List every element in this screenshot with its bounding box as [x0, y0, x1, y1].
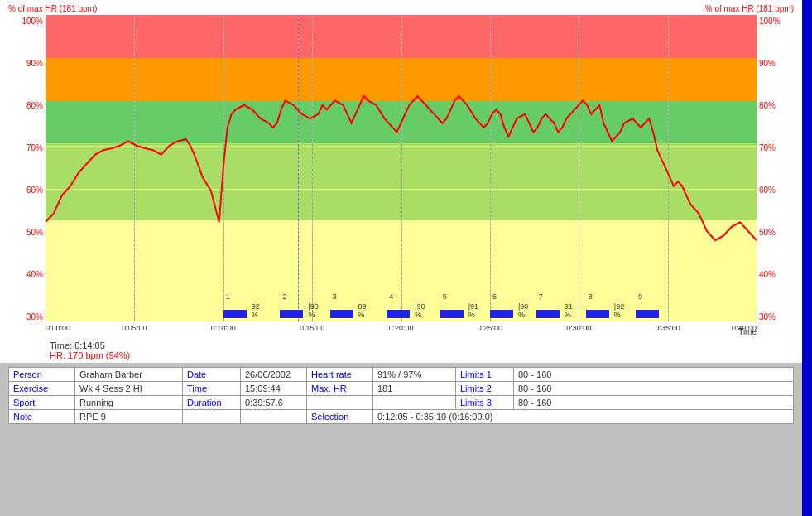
x-axis: 0:00:00 0:05:00 0:10:00 0:15:00 0:20:00 … — [46, 321, 757, 338]
empty-cell-2 — [373, 396, 456, 410]
chart-area[interactable]: 1 92 % 2 |90 % 3 89 % — [46, 15, 757, 338]
y-label-right-90: 90% — [757, 59, 794, 68]
interval-3-pct: 89 % — [358, 302, 367, 319]
table-row-note: Note RPE 9 Selection 0:12:05 - 0:35:10 (… — [9, 410, 794, 424]
x-tick-25: 0:25:00 — [478, 324, 502, 332]
interval-3-bar — [330, 310, 353, 318]
table-row-person: Person Graham Barber Date 26/06/2002 Hea… — [9, 368, 794, 382]
interval-7-bar — [536, 310, 560, 318]
interval-9-bar — [636, 310, 659, 318]
interval-3: 3 89 % — [330, 303, 353, 318]
table-row-exercise: Exercise Wk 4 Sess 2 HI Time 15:09:44 Ma… — [9, 382, 794, 396]
y-axis-left: 100% 90% 80% 70% 60% 50% 40% 30% — [8, 15, 46, 338]
y-label-right-40: 40% — [757, 270, 794, 279]
interval-5-num: 5 — [443, 292, 447, 301]
y-label-70: 70% — [8, 143, 46, 152]
interval-5-pct: |91 % — [468, 302, 478, 319]
date-label: Date — [183, 368, 241, 382]
limits1-label: Limits 1 — [456, 368, 514, 382]
y-label-right-30: 30% — [757, 312, 794, 321]
y-label-right-80: 80% — [757, 101, 794, 110]
interval-5-bar — [440, 310, 464, 318]
limits1-value: 80 - 160 — [514, 368, 794, 382]
selection-label: Selection — [307, 410, 373, 424]
y-label-50: 50% — [8, 228, 46, 237]
interval-8-num: 8 — [589, 292, 593, 301]
interval-9-num: 9 — [638, 292, 642, 301]
interval-1: 1 92 % — [223, 303, 247, 318]
interval-1-bar — [223, 310, 247, 318]
limits3-label: Limits 3 — [456, 396, 514, 410]
exercise-label: Exercise — [9, 382, 75, 396]
note-value: RPE 9 — [75, 410, 183, 424]
interval-7: 7 91 % — [536, 303, 560, 318]
y-label-right-60: 60% — [757, 186, 794, 195]
hr-line-svg — [46, 15, 757, 321]
sport-value: Running — [75, 396, 183, 410]
interval-2-num: 2 — [282, 292, 286, 301]
duration-value: 0:39:57.6 — [241, 396, 307, 410]
x-tick-35: 0:35:00 — [656, 324, 680, 332]
y-label-right-100: 100% — [757, 17, 794, 26]
y-label-30: 30% — [8, 312, 46, 321]
y-label-60: 60% — [8, 186, 46, 195]
x-tick-0: 0:00:00 — [46, 324, 70, 332]
interval-1-pct: 92 % — [252, 302, 260, 319]
interval-1-num: 1 — [226, 292, 230, 301]
y-axis-right: 100% 90% 80% 70% 60% 50% 40% 30% — [757, 15, 794, 338]
x-tick-20: 0:20:00 — [388, 324, 413, 332]
interval-3-num: 3 — [333, 292, 337, 301]
maxhr-value: 181 — [373, 382, 456, 396]
interval-8-bar — [586, 310, 609, 318]
table-row-sport: Sport Running Duration 0:39:57.6 Limits … — [9, 396, 794, 410]
sport-label: Sport — [9, 396, 75, 410]
y-label-80: 80% — [8, 101, 46, 110]
heartrate-label: Heart rate — [307, 368, 373, 382]
interval-6: 6 |90 % — [490, 303, 513, 318]
limits3-value: 80 - 160 — [514, 396, 794, 410]
interval-4-bar — [387, 310, 410, 318]
interval-7-pct: 91 % — [565, 302, 573, 319]
y-label-right-70: 70% — [757, 143, 794, 152]
right-sidebar — [802, 0, 812, 516]
empty-cell-1 — [307, 396, 373, 410]
time-axis-label: Time — [738, 327, 757, 336]
y-label-100: 100% — [8, 17, 46, 26]
empty-label — [183, 410, 241, 424]
selection-value: 0:12:05 - 0:35:10 (0:16:00.0) — [373, 410, 794, 424]
interval-8: 8 |92 % — [586, 303, 609, 318]
duration-label: Duration — [183, 396, 241, 410]
chart-section: % of max HR (181 bpm) % of max HR (181 b… — [0, 0, 802, 363]
interval-2-pct: |90 % — [308, 302, 318, 319]
x-tick-15: 0:15:00 — [300, 324, 324, 332]
chart-title-right: % of max HR (181 bpm) — [705, 4, 794, 13]
x-tick-30: 0:30:00 — [566, 324, 591, 332]
cursor-hr: HR: 170 bpm (94%) — [50, 350, 786, 360]
limits2-value: 80 - 160 — [514, 382, 794, 396]
cursor-time: Time: 0:14:05 — [50, 340, 786, 350]
heartrate-value: 91% / 97% — [373, 368, 456, 382]
interval-6-num: 6 — [492, 292, 497, 301]
person-label: Person — [9, 368, 75, 382]
cursor-info: Time: 0:14:05 HR: 170 bpm (94%) — [8, 338, 794, 363]
info-table-section: Person Graham Barber Date 26/06/2002 Hea… — [0, 363, 802, 516]
interval-8-pct: |92 % — [614, 302, 624, 319]
info-table: Person Graham Barber Date 26/06/2002 Hea… — [8, 367, 794, 424]
maxhr-label: Max. HR — [307, 382, 373, 396]
x-tick-5: 0:05:00 — [122, 324, 147, 332]
note-label: Note — [9, 410, 75, 424]
person-value: Graham Barber — [75, 368, 183, 382]
interval-7-num: 7 — [539, 292, 543, 301]
interval-6-bar — [490, 310, 513, 318]
limits2-label: Limits 2 — [456, 382, 514, 396]
interval-4: 4 |90 % — [387, 303, 410, 318]
empty-value — [241, 410, 307, 424]
x-tick-10: 0:10:00 — [211, 324, 236, 332]
chart-title-left: % of max HR (181 bpm) — [8, 4, 97, 13]
interval-5: 5 |91 % — [440, 303, 464, 318]
y-label-right-50: 50% — [757, 228, 794, 237]
y-label-90: 90% — [8, 59, 46, 68]
y-label-40: 40% — [8, 270, 46, 279]
time-value: 15:09:44 — [241, 382, 307, 396]
time-label: Time — [183, 382, 241, 396]
